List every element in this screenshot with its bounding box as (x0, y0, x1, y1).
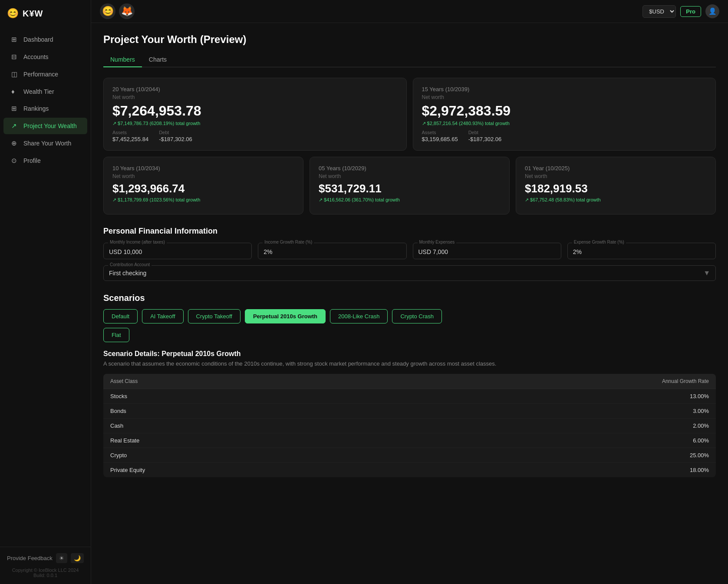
col-asset-class: Asset Class (103, 374, 376, 389)
sidebar-item-dashboard[interactable]: ⊞ Dashboard (3, 31, 87, 48)
table-row: Private Equity 18.00% (103, 463, 716, 478)
card-15yr-growth: ↗ $2,857,216.54 (2480.93%) total growth (422, 121, 707, 126)
sidebar-item-project-your-wealth[interactable]: ↗ Project Your Wealth (3, 118, 87, 134)
sidebar-item-wealth-tier[interactable]: ♦ Wealth Tier (3, 83, 87, 99)
rate-cell: 2.00% (376, 419, 716, 433)
scenario-btn-ai-takeoff[interactable]: AI Takeoff (142, 309, 183, 323)
sidebar-item-rankings[interactable]: ⊞ Rankings (3, 100, 87, 117)
dark-mode-button[interactable]: 🌙 (71, 553, 84, 563)
card-1yr-label: Net worth (525, 173, 707, 179)
avatar-emoji-2[interactable]: 🦊 (119, 3, 135, 19)
card-20yr-label: Net worth (112, 94, 398, 100)
scenario-desc: A scenario that assumes the economic con… (103, 360, 716, 367)
sidebar-item-profile[interactable]: ⊙ Profile (3, 152, 87, 169)
footer-icons: ☀ 🌙 (56, 553, 84, 563)
scenario-btn-2008-crash[interactable]: 2008-Like Crash (330, 309, 388, 323)
nav-icon-project-your-wealth: ↗ (11, 122, 19, 130)
card-10yr-growth: ↗ $1,178,799.69 (1023.56%) total growth (112, 197, 294, 203)
user-avatar[interactable]: 👤 (705, 4, 719, 18)
tab-charts[interactable]: Charts (142, 53, 174, 67)
rate-cell: 6.00% (376, 433, 716, 448)
card-20yr-debt: Debt -$187,302.06 (159, 130, 192, 142)
card-5yr-label: Net worth (319, 173, 501, 179)
nav-label-wealth-tier: Wealth Tier (23, 88, 54, 95)
sidebar-footer: Provide Feedback ☀ 🌙 Copyright © IceBloc… (0, 547, 91, 584)
card-15yr-label: Net worth (422, 94, 707, 100)
scenario-btn-perpetual[interactable]: Perpetual 2010s Growth (245, 309, 326, 323)
asset-cell: Stocks (103, 389, 376, 404)
page-content: Project Your Worth (Preview) Numbers Cha… (91, 23, 728, 584)
scenario-btn-crypto-takeoff[interactable]: Crypto Takeoff (188, 309, 240, 323)
sidebar-item-performance[interactable]: ◫ Performance (3, 66, 87, 82)
scenario-btn-crypto-crash[interactable]: Crypto Crash (392, 309, 442, 323)
feedback-label[interactable]: Provide Feedback (7, 555, 53, 561)
build-version: Build: 0.0.1 (7, 573, 84, 578)
scenarios-title: Scenarios (103, 293, 716, 303)
expense-growth-field[interactable]: Expense Growth Rate (%) 2% (567, 243, 716, 259)
logo[interactable]: 😊 K¥W (0, 0, 91, 27)
tabs: Numbers Charts (103, 53, 716, 67)
feedback-row: Provide Feedback ☀ 🌙 (7, 553, 84, 563)
card-20yr-assets: Assets $7,452,255.84 (112, 130, 148, 142)
tab-numbers[interactable]: Numbers (103, 53, 142, 67)
sidebar-item-accounts[interactable]: ⊟ Accounts (3, 49, 87, 65)
rate-cell: 18.00% (376, 463, 716, 478)
worth-card-1yr: 01 Year (10/2025) Net worth $182,919.53 … (516, 157, 716, 214)
nav-icon-profile: ⊙ (11, 157, 19, 165)
asset-cell: Private Equity (103, 463, 376, 478)
asset-cell: Bonds (103, 404, 376, 419)
asset-cell: Crypto (103, 448, 376, 463)
topbar: 😊 🦊 $USD Pro 👤 (91, 0, 728, 23)
topbar-left: 😊 🦊 (100, 3, 135, 19)
nav-icon-accounts: ⊟ (11, 53, 19, 61)
income-growth-field[interactable]: Income Growth Rate (%) 2% (258, 243, 406, 259)
nav-label-project-your-wealth: Project Your Wealth (23, 122, 77, 129)
card-20yr-period: 20 Years (10/2044) (112, 86, 398, 92)
monthly-expenses-label: Monthly Expenses (418, 240, 457, 244)
pro-button[interactable]: Pro (680, 6, 701, 17)
monthly-income-value: USD 10,000 (109, 247, 246, 255)
monthly-income-label: Monthly Income (after taxes) (108, 240, 167, 244)
nav-icon-share-your-worth: ⊕ (11, 139, 19, 147)
pfi-grid: Monthly Income (after taxes) USD 10,000 … (103, 243, 716, 259)
logo-text: K¥W (23, 9, 43, 19)
card-15yr-assets-debt: Assets $3,159,685.65 Debt -$187,302.06 (422, 130, 707, 142)
light-mode-button[interactable]: ☀ (56, 553, 67, 563)
card-10yr-period: 10 Years (10/2034) (112, 165, 294, 172)
contribution-account-field[interactable]: Contribution Account First checking ▼ (103, 265, 716, 281)
income-growth-label: Income Growth Rate (%) (263, 240, 314, 244)
table-header-row: Asset Class Annual Growth Rate (103, 374, 716, 389)
table-row: Cash 2.00% (103, 419, 716, 433)
scenario-details-title: Scenario Details: Perpetual 2010s Growth (103, 350, 716, 358)
card-1yr-amount: $182,919.53 (525, 182, 707, 195)
monthly-expenses-field[interactable]: Monthly Expenses USD 7,000 (413, 243, 561, 259)
sidebar-item-share-your-worth[interactable]: ⊕ Share Your Worth (3, 135, 87, 152)
table-row: Bonds 3.00% (103, 404, 716, 419)
currency-select[interactable]: $USD (642, 5, 676, 18)
card-10yr-label: Net worth (112, 173, 294, 179)
card-20yr-assets-debt: Assets $7,452,255.84 Debt -$187,302.06 (112, 130, 398, 142)
card-1yr-growth: ↗ $67,752.48 (58.83%) total growth (525, 197, 707, 203)
scenario-btn-flat[interactable]: Flat (103, 328, 129, 342)
rate-cell: 25.00% (376, 448, 716, 463)
avatar-emoji-1[interactable]: 😊 (100, 3, 115, 19)
nav-label-profile: Profile (23, 157, 41, 164)
contribution-value: First checking (109, 270, 146, 277)
card-5yr-amount: $531,729.11 (319, 182, 501, 195)
scenario-btn-default[interactable]: Default (103, 309, 138, 323)
card-20yr-amount: $7,264,953.78 (112, 103, 398, 119)
worth-card-10yr: 10 Years (10/2034) Net worth $1,293,966.… (103, 157, 303, 214)
expense-growth-label: Expense Growth Rate (%) (572, 240, 626, 244)
topbar-right: $USD Pro 👤 (642, 4, 719, 18)
rate-cell: 3.00% (376, 404, 716, 419)
income-growth-value: 2% (264, 247, 401, 255)
worth-card-15yr: 15 Years (10/2039) Net worth $2,972,383.… (413, 78, 716, 151)
worth-card-5yr: 05 Years (10/2029) Net worth $531,729.11… (310, 157, 510, 214)
monthly-income-field[interactable]: Monthly Income (after taxes) USD 10,000 (103, 243, 252, 259)
worth-card-20yr: 20 Years (10/2044) Net worth $7,264,953.… (103, 78, 407, 151)
card-10yr-amount: $1,293,966.74 (112, 182, 294, 195)
card-5yr-growth: ↗ $416,562.06 (361.70%) total growth (319, 197, 501, 203)
nav-label-performance: Performance (23, 71, 58, 78)
asset-cell: Cash (103, 419, 376, 433)
copyright: Copyright © IceBlock LLC 2024 (7, 568, 84, 573)
